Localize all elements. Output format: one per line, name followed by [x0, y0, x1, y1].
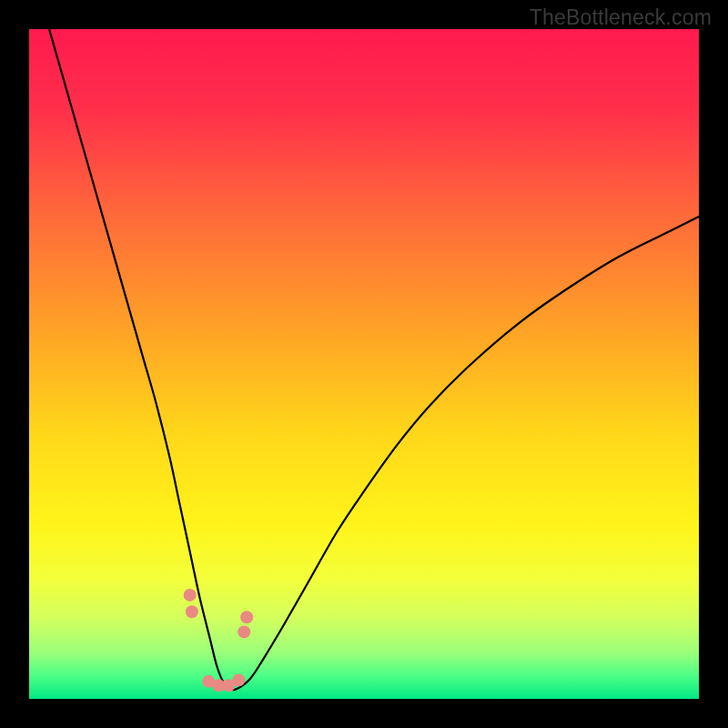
chart-frame: TheBottleneck.com	[0, 0, 728, 728]
marker-cluster	[184, 589, 254, 692]
curve-layer	[29, 29, 699, 699]
marker-dot	[184, 589, 197, 602]
bottleneck-curve	[49, 29, 699, 690]
watermark-text: TheBottleneck.com	[530, 5, 712, 30]
marker-dot	[240, 611, 253, 623]
marker-dot	[232, 673, 245, 686]
plot-area	[29, 29, 699, 699]
marker-dot	[186, 605, 198, 618]
marker-dot	[238, 625, 250, 638]
